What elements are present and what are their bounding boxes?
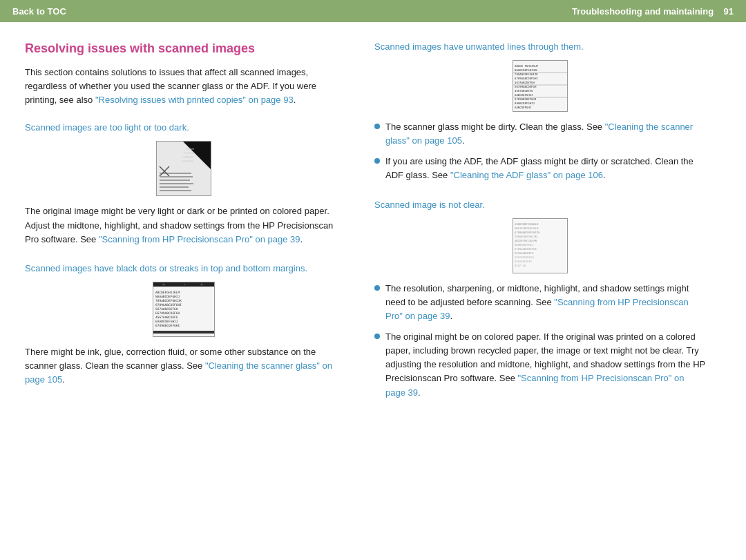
svg-text:6789AABCDEFGHI: 6789AABCDEFGHI — [155, 303, 182, 307]
page-title: Resolving issues with scanned images — [25, 41, 343, 56]
left-column: Resolving issues with scanned images Thi… — [25, 41, 343, 416]
svg-text:EAABCDEFGHIJ: EAABCDEFGHIJ — [155, 320, 178, 323]
intro-link[interactable]: "Resolving issues with printed copies" o… — [95, 95, 294, 105]
svg-text:ABCDE FGHIJKLM: ABCDE FGHIJKLM — [515, 64, 538, 68]
section-light-dark: Scanned images are too light or too dark… — [25, 122, 343, 246]
svg-text:6789ABCDEFGHI: 6789ABCDEFGHI — [515, 97, 537, 101]
intro-paragraph: This section contains solutions to issue… — [25, 66, 343, 107]
link-clean-adf[interactable]: "Cleaning the ADF glass" on page 106 — [450, 170, 603, 180]
svg-point-28 — [163, 283, 165, 285]
svg-rect-27 — [153, 331, 215, 334]
svg-text:ABCDE: ABCDE — [186, 147, 195, 151]
svg-text:4567AABCDEFG: 4567AABCDEFG — [155, 316, 178, 319]
link-precisionscan-1[interactable]: "Scanning from HP Precisionscan Pro" on … — [99, 234, 300, 244]
main-content: Resolving issues with scanned images Thi… — [0, 22, 746, 436]
bullets-unclear: The resolution, sharpening, or midtone, … — [374, 282, 706, 400]
svg-text:ABCDEFGHIJKLM: ABCDEFGHIJKLM — [155, 291, 180, 294]
section-heading-black-dots: Scanned images have black dots or streak… — [25, 263, 343, 273]
body-text-black-dots: There might be ink, glue, correction flu… — [25, 345, 343, 387]
section-unwanted-lines: Scanned images have unwanted lines throu… — [374, 41, 706, 183]
section-black-dots: Scanned images have black dots or streak… — [25, 263, 343, 387]
section-heading-not-clear: Scanned image is not clear. — [374, 200, 706, 210]
svg-text:89ABCDEFGHIJ: 89ABCDEFGHIJ — [515, 102, 535, 105]
svg-text:E6789ABCDEFGH: E6789ABCDEFGH — [155, 311, 180, 315]
section-name: Troubleshooting and maintaining — [572, 6, 714, 17]
page-number: 91 — [724, 6, 734, 17]
svg-text:LMNOPQ: LMNOPQ — [183, 155, 193, 159]
body-text-light-dark: The original image might be very light o… — [25, 204, 343, 246]
scan-image-lines-wrapper: ABCDE FGHIJKLM NAABCDEFGHIJKL 789ABCDEFG… — [374, 60, 706, 112]
top-bar: Back to TOC Troubleshooting and maintain… — [0, 0, 746, 22]
svg-text:NAAABCDEFGHIJ: NAAABCDEFGHIJ — [155, 295, 180, 298]
bullet-dot-1 — [374, 158, 380, 164]
svg-text:6789ABCDEFGHI: 6789ABCDEFGHI — [155, 324, 180, 327]
scan-image-unclear: AINOPQRSTUVWKLM GHIJKLMFGHIJKLM 67890ABC… — [513, 218, 568, 273]
svg-text:567AABCDEFGH: 567AABCDEFGH — [515, 81, 535, 84]
svg-text:NAABCDEFGHIJKL: NAABCDEFGHIJKL — [515, 68, 538, 72]
section-heading-light-dark: Scanned images are too light or too dark… — [25, 122, 343, 133]
svg-text:567AABCDEFGH: 567AABCDEFGH — [155, 307, 178, 311]
svg-text:AABCDEFGHI: AABCDEFGHI — [515, 106, 532, 109]
svg-text:789ABCDEFGHIJK: 789ABCDEFGHIJK — [515, 73, 538, 76]
bullet-item-unclear-1: The original might be on colored paper. … — [374, 330, 706, 400]
svg-point-30 — [201, 283, 203, 285]
bullet-dot-unclear-0 — [374, 285, 380, 291]
svg-text:6789AABCDEFGHI: 6789AABCDEFGHI — [515, 77, 538, 80]
section-title: Troubleshooting and maintaining 91 — [572, 6, 734, 17]
scan-image-lines: ABCDE FGHIJKLM NAABCDEFGHIJKL 789ABCDEFG… — [513, 60, 568, 112]
scan-image-unclear-wrapper: AINOPQRSTUVWKLM GHIJKLMFGHIJKLM 67890ABC… — [374, 218, 706, 273]
scan-image-light-dark: ABCDE FGHIJK LMNOPQ RSTUVWX — [156, 141, 211, 196]
svg-point-29 — [184, 284, 185, 285]
svg-rect-58 — [513, 219, 568, 273]
svg-text:4567ABCDEFG: 4567ABCDEFG — [515, 89, 533, 93]
back-to-toc[interactable]: Back to TOC — [12, 6, 66, 17]
right-column: Scanned images have unwanted lines throu… — [367, 41, 706, 416]
svg-text:RSTUVWX: RSTUVWX — [182, 160, 193, 163]
scan-image-dots: ABCDEFGHIJKLM NAAABCDEFGHIJ 789ABCDEFGHI… — [153, 282, 215, 337]
bullet-item-1: If you are using the ADF, the ADF glass … — [374, 155, 706, 182]
svg-text:E6789ABCDEFGH: E6789ABCDEFGH — [515, 85, 537, 88]
svg-text:FGHIJK: FGHIJK — [184, 151, 195, 155]
bullet-item-unclear-0: The resolution, sharpening, or midtone, … — [374, 282, 706, 323]
bullet-dot-0 — [374, 124, 380, 129]
bullet-dot-unclear-1 — [374, 334, 380, 339]
scan-image-light-dark-wrapper: ABCDE FGHIJK LMNOPQ RSTUVWX — [25, 141, 343, 196]
scan-image-dots-wrapper: ABCDEFGHIJKLM NAAABCDEFGHIJ 789ABCDEFGHI… — [25, 282, 343, 337]
bullets-lines: The scanner glass might be dirty. Clean … — [374, 120, 706, 183]
svg-text:AABCDEFGHIJ: AABCDEFGHIJ — [515, 93, 533, 97]
section-heading-lines: Scanned images have unwanted lines throu… — [374, 41, 706, 52]
section-not-clear: Scanned image is not clear. AINOPQRSTUVW… — [374, 200, 706, 400]
svg-text:789ABCDEFGHIJK: 789ABCDEFGHIJK — [155, 299, 182, 302]
bullet-item-0: The scanner glass might be dirty. Clean … — [374, 120, 706, 148]
